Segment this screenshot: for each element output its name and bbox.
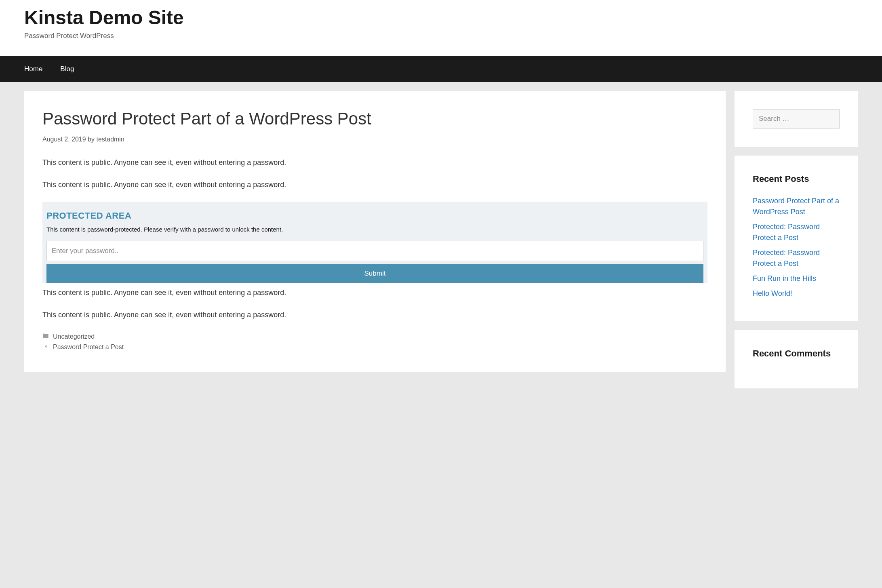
recent-post-link[interactable]: Protected: Password Protect a Post bbox=[753, 249, 820, 268]
protected-area: PROTECTED AREA This content is password-… bbox=[42, 202, 707, 283]
post-paragraph: This content is public. Anyone can see i… bbox=[42, 287, 707, 298]
recent-comments-widget: Recent Comments bbox=[735, 330, 858, 388]
widget-title: Recent Posts bbox=[753, 174, 840, 184]
list-item: Protected: Password Protect a Post bbox=[753, 247, 840, 269]
recent-post-link[interactable]: Password Protect Part of a WordPress Pos… bbox=[753, 197, 839, 216]
nav-item-home[interactable]: Home bbox=[24, 65, 42, 73]
list-item: Protected: Password Protect a Post bbox=[753, 221, 840, 243]
recent-post-link[interactable]: Fun Run in the Hills bbox=[753, 274, 816, 282]
widget-title: Recent Comments bbox=[753, 348, 840, 359]
site-title[interactable]: Kinsta Demo Site bbox=[24, 7, 858, 29]
protected-area-title: PROTECTED AREA bbox=[46, 211, 703, 221]
sidebar: Recent Posts Password Protect Part of a … bbox=[735, 91, 858, 388]
post-by-label: by bbox=[88, 136, 95, 143]
recent-posts-widget: Recent Posts Password Protect Part of a … bbox=[735, 156, 858, 321]
search-widget bbox=[735, 91, 858, 147]
entry-footer: Uncategorized Password Protect a Post bbox=[42, 333, 707, 351]
list-item: Hello World! bbox=[753, 288, 840, 299]
recent-post-link[interactable]: Hello World! bbox=[753, 289, 792, 297]
protected-area-description: This content is password-protected. Plea… bbox=[46, 226, 703, 233]
list-item: Fun Run in the Hills bbox=[753, 273, 840, 284]
password-input[interactable] bbox=[46, 241, 703, 261]
chevron-left-icon bbox=[42, 343, 49, 351]
list-item: Password Protect Part of a WordPress Pos… bbox=[753, 196, 840, 217]
site-header: Kinsta Demo Site Password Protect WordPr… bbox=[0, 0, 882, 56]
post-paragraph: This content is public. Anyone can see i… bbox=[42, 179, 707, 190]
post-meta: August 2, 2019 by testadmin bbox=[42, 136, 707, 143]
primary-nav: Home Blog bbox=[0, 56, 882, 82]
post-author[interactable]: testadmin bbox=[96, 136, 124, 143]
recent-post-link[interactable]: Protected: Password Protect a Post bbox=[753, 223, 820, 242]
main-content: Password Protect Part of a WordPress Pos… bbox=[24, 91, 726, 372]
post-title: Password Protect Part of a WordPress Pos… bbox=[42, 109, 707, 129]
post-paragraph: This content is public. Anyone can see i… bbox=[42, 157, 707, 168]
post-date: August 2, 2019 bbox=[42, 136, 86, 143]
search-input[interactable] bbox=[753, 109, 840, 129]
previous-post-link[interactable]: Password Protect a Post bbox=[53, 344, 124, 351]
site-tagline: Password Protect WordPress bbox=[24, 32, 858, 40]
category-link[interactable]: Uncategorized bbox=[53, 333, 95, 340]
nav-item-blog[interactable]: Blog bbox=[60, 65, 74, 73]
submit-button[interactable]: Submit bbox=[46, 264, 703, 283]
post-paragraph: This content is public. Anyone can see i… bbox=[42, 310, 707, 320]
folder-icon bbox=[42, 333, 49, 341]
